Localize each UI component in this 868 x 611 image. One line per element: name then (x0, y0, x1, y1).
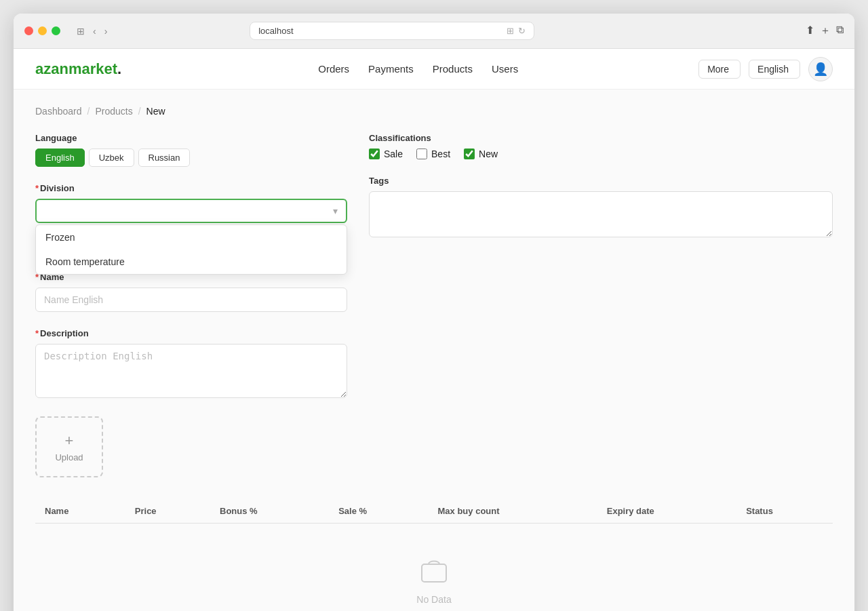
sale-checkbox[interactable] (369, 149, 380, 159)
division-option-room-temp[interactable]: Room temperature (36, 250, 347, 274)
col-bonus: Bonus % (210, 499, 329, 524)
close-button[interactable] (24, 26, 33, 35)
classifications-section: Classifications Sale Best New (369, 133, 833, 256)
description-input[interactable] (35, 344, 347, 398)
table-section: Name Price Bonus % Sale % Max buy count … (35, 499, 833, 611)
form-top-row: Language English Uzbek Russian *Division (35, 133, 833, 256)
nav-links: Orders Payments Products Users (159, 63, 677, 75)
classifications-row: Sale Best New (369, 149, 833, 159)
classification-new[interactable]: New (464, 149, 498, 159)
reload-icon[interactable]: ↻ (518, 26, 526, 36)
toolbar-actions: ⬆ ＋ ⧉ (806, 24, 844, 38)
more-label: More (707, 64, 729, 75)
new-tab-icon[interactable]: ＋ (820, 24, 831, 38)
avatar[interactable]: 👤 (808, 57, 833, 81)
breadcrumb-dashboard[interactable]: Dashboard (35, 106, 82, 117)
table-body: No Data (35, 524, 833, 612)
breadcrumb: Dashboard / Products / New (35, 106, 833, 117)
avatar-icon: 👤 (813, 62, 828, 77)
reader-icon[interactable]: ⊞ (507, 26, 514, 36)
breadcrumb-sep2: / (138, 106, 141, 117)
nav-users[interactable]: Users (492, 63, 518, 75)
language-label: Language (35, 133, 347, 143)
division-select[interactable]: ▾ (35, 199, 347, 223)
col-name: Name (35, 499, 125, 524)
description-block: *Description (35, 328, 347, 400)
col-status: Status (736, 499, 833, 524)
lang-tab-uzbek[interactable]: Uzbek (89, 149, 134, 167)
lang-tab-russian[interactable]: Russian (138, 149, 191, 167)
sidebar-toggle[interactable]: ⊞ (74, 23, 87, 39)
table-empty: No Data (35, 524, 833, 611)
nav-products[interactable]: Products (433, 63, 473, 75)
upload-box[interactable]: + Upload (35, 416, 103, 477)
empty-data-icon (35, 556, 833, 589)
name-block: *Name (35, 272, 347, 312)
classification-sale[interactable]: Sale (369, 149, 403, 159)
col-expiry: Expiry date (597, 499, 736, 524)
breadcrumb-current: New (146, 106, 165, 117)
traffic-lights (24, 26, 60, 35)
division-chevron-icon: ▾ (333, 205, 338, 216)
upload-plus-icon: + (65, 432, 74, 450)
tabs-icon[interactable]: ⧉ (836, 24, 844, 38)
address-bar[interactable]: localhost ⊞ ↻ (250, 22, 534, 40)
description-label: *Description (35, 328, 347, 338)
nav-orders[interactable]: Orders (318, 63, 349, 75)
division-dropdown: Frozen Room temperature (35, 224, 347, 275)
back-button[interactable]: ‹ (90, 23, 99, 39)
col-max-buy: Max buy count (429, 499, 597, 524)
classifications-label: Classifications (369, 133, 833, 143)
nav-payments[interactable]: Payments (368, 63, 414, 75)
table-head: Name Price Bonus % Sale % Max buy count … (35, 499, 833, 524)
logo: azanmarket. (35, 60, 121, 78)
breadcrumb-products[interactable]: Products (95, 106, 132, 117)
nav-right: More English 👤 (698, 57, 833, 81)
url-text: localhost (258, 26, 293, 36)
maximize-button[interactable] (52, 26, 60, 35)
col-sale: Sale % (329, 499, 428, 524)
col-price: Price (125, 499, 210, 524)
navbar: azanmarket. Orders Payments Products Use… (14, 49, 854, 90)
browser-controls: ⊞ ‹ › (74, 23, 110, 39)
table-empty-cell: No Data (35, 524, 833, 612)
language-dropdown[interactable]: English (749, 60, 800, 79)
more-dropdown[interactable]: More (698, 60, 741, 79)
new-checkbox[interactable] (464, 149, 475, 159)
tags-label: Tags (369, 176, 833, 186)
svg-rect-0 (422, 564, 446, 582)
best-checkbox[interactable] (416, 149, 427, 159)
sale-label: Sale (384, 149, 403, 159)
empty-text: No Data (35, 594, 833, 605)
division-option-frozen[interactable]: Frozen (36, 225, 347, 250)
upload-label: Upload (55, 452, 83, 462)
best-label: Best (431, 149, 450, 159)
forward-button[interactable]: › (102, 23, 111, 39)
division-container: ▾ Frozen Room temperature (35, 199, 347, 223)
name-input[interactable] (35, 288, 347, 312)
language-section: Language English Uzbek Russian *Division (35, 133, 347, 256)
classification-best[interactable]: Best (416, 149, 450, 159)
lang-tab-english[interactable]: English (35, 149, 85, 167)
language-tabs: English Uzbek Russian (35, 149, 347, 167)
main-content: Dashboard / Products / New Language Engl… (14, 90, 854, 611)
data-table: Name Price Bonus % Sale % Max buy count … (35, 499, 833, 611)
minimize-button[interactable] (38, 26, 47, 35)
breadcrumb-sep1: / (87, 106, 90, 117)
share-icon[interactable]: ⬆ (806, 24, 814, 38)
logo-dot: . (117, 60, 121, 77)
logo-green: azanmarket (35, 60, 117, 77)
name-description-section: *Name *Description (35, 272, 347, 400)
division-label: *Division (35, 183, 347, 193)
new-label: New (479, 149, 498, 159)
tags-input[interactable] (369, 191, 833, 237)
language-label: English (757, 64, 789, 75)
